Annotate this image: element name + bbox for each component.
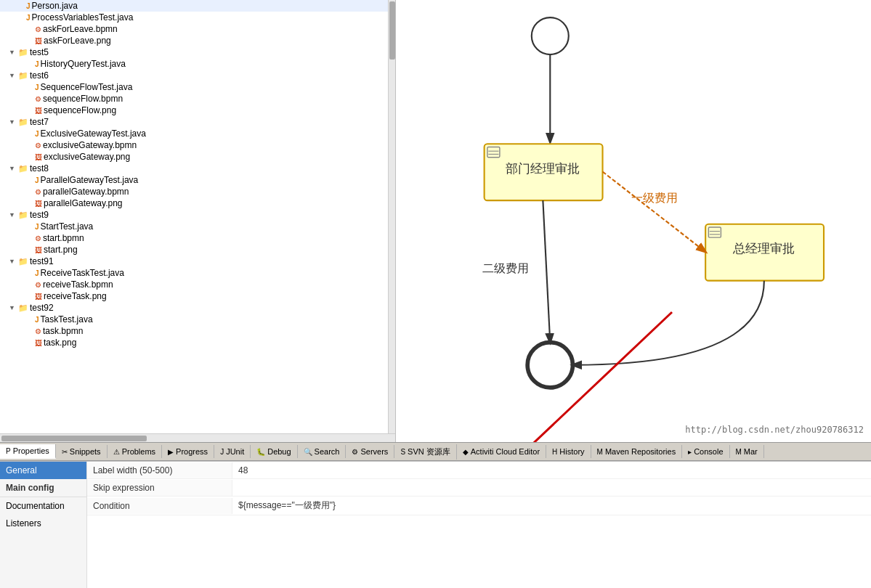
props-sidebar: GeneralMain configDocumentationListeners [0,462,87,588]
props-sidebar-section-mainConfig: Main config [0,479,86,497]
tab-activiti[interactable]: ◆Activiti Cloud Editor [457,445,546,458]
tab-label-debug: Debug [267,447,291,456]
tab-icon-problems: ⚠ [113,448,120,456]
tab-bar: PProperties✂Snippets⚠Problems▶ProgressJJ… [0,442,871,461]
tree-item[interactable]: JTaskTest.java [0,314,388,325]
tree-item[interactable]: ⚙exclusiveGateway.bpmn [0,139,388,151]
props-label: Label width (50-500) [87,462,232,478]
tab-icon-properties: P [6,447,11,455]
tab-search[interactable]: 🔍Search [298,445,347,458]
tab-snippets[interactable]: ✂Snippets [56,445,108,458]
tab-label-activiti: Activiti Cloud Editor [471,447,540,456]
props-label: Condition [87,498,232,514]
tree-item[interactable]: JExclusiveGatewayTest.java [0,128,388,139]
tree-item[interactable]: 🖼exclusiveGateway.png [0,151,388,163]
tree-item[interactable]: 🖼sequenceFlow.png [0,105,388,116]
tab-properties[interactable]: PProperties [0,444,56,459]
props-value[interactable]: 48 [232,462,871,478]
top-area: JPerson.javaJProcessVariablesTest.java⚙a… [0,0,871,442]
tab-label-problems: Problems [122,447,155,456]
tree-item[interactable]: ▼📁test8 [0,163,388,174]
tab-icon-history: H [552,448,557,456]
props-sidebar-item-documentation[interactable]: Documentation [0,497,86,515]
tab-label-svn: SVN 资源库 [408,446,450,457]
tree-list: JPerson.javaJProcessVariablesTest.java⚙a… [0,0,388,433]
tree-item[interactable]: 🖼start.png [0,244,388,256]
tab-debug[interactable]: 🐛Debug [251,445,297,458]
tab-label-search: Search [315,447,340,456]
tree-scrollbar[interactable] [388,0,395,433]
tree-item[interactable]: ▼📁test5 [0,46,388,58]
label-yiji: 一级费用 [631,192,678,204]
tab-mark[interactable]: MMar [730,445,764,458]
tab-icon-mark: M [736,448,742,456]
tree-item[interactable]: ▼📁test91 [0,256,388,267]
tree-item[interactable]: 🖼parallelGateway.png [0,197,388,209]
tab-icon-progress: ▶ [168,448,174,456]
tree-item[interactable]: JParallelGatewayTest.java [0,174,388,186]
props-value[interactable] [232,485,871,491]
watermark: http://blog.csdn.net/zhou920786312 [685,425,864,435]
props-row: Condition ${message=="一级费用"} [87,497,871,515]
tab-icon-snippets: ✂ [62,448,68,456]
flow-erji [543,200,550,342]
props-row: Skip expression [87,479,871,497]
tab-label-console: Console [694,447,723,456]
props-row: Label width (50-500) 48 [87,462,871,479]
tree-item[interactable]: ⚙parallelGateway.bpmn [0,186,388,197]
tree-item[interactable]: ⚙sequenceFlow.bpmn [0,93,388,105]
props-sidebar-item-general[interactable]: General [0,462,86,479]
props-value[interactable]: ${message=="一级费用"} [232,497,871,515]
tab-label-progress: Progress [176,447,208,456]
tab-servers[interactable]: ⚙Servers [346,445,394,458]
tab-label-history: History [559,447,584,456]
tree-item[interactable]: JProcessVariablesTest.java [0,12,388,23]
tree-item[interactable]: JStartTest.java [0,221,388,232]
start-event[interactable] [532,17,569,54]
tab-junit[interactable]: JJUnit [214,445,251,458]
tree-item[interactable]: JHistoryQueryTest.java [0,58,388,70]
file-tree-panel: JPerson.javaJProcessVariablesTest.java⚙a… [0,0,396,442]
task1-label: 部门经理审批 [506,162,580,176]
tree-item[interactable]: ⚙askForLeave.bpmn [0,23,388,35]
tab-icon-console: ▸ [688,448,692,456]
tree-item[interactable]: 🖼receiveTask.png [0,290,388,302]
tab-progress[interactable]: ▶Progress [162,445,214,458]
tab-icon-search: 🔍 [304,448,312,456]
tree-item[interactable]: 🖼task.png [0,337,388,348]
tree-item[interactable]: JPerson.java [0,0,388,12]
tree-item[interactable]: ▼📁test9 [0,209,388,221]
tab-label-mark: Mar [744,447,758,456]
tab-history[interactable]: HHistory [546,445,591,458]
tree-item[interactable]: ⚙start.bpmn [0,232,388,244]
tab-label-maven: Maven Repositories [605,447,676,456]
tab-icon-debug: 🐛 [256,448,265,456]
scrollbar-thumb [389,1,395,60]
hscroll-thumb [1,436,147,441]
end-event[interactable] [527,343,572,388]
tab-problems[interactable]: ⚠Problems [108,445,162,458]
tree-hscroll[interactable] [0,433,395,442]
flow-task2-end [572,281,763,365]
tree-item[interactable]: ⚙task.bpmn [0,325,388,337]
tree-item[interactable]: ▼📁test6 [0,70,388,81]
tree-item[interactable]: ▼📁test92 [0,302,388,314]
flow-yiji [603,172,706,252]
tree-item[interactable]: ⚙receiveTask.bpmn [0,279,388,290]
tree-item[interactable]: JSequenceFlowTest.java [0,81,388,93]
tab-svn[interactable]: SSVN 资源库 [394,444,456,460]
tab-label-servers: Servers [360,447,388,456]
tree-item[interactable]: 🖼askForLeave.png [0,35,388,46]
tab-console[interactable]: ▸Console [682,445,729,458]
tab-label-snippets: Snippets [70,447,101,456]
tab-maven[interactable]: MMaven Repositories [591,445,683,458]
bpmn-diagram: 部门经理审批 总经理审批 一级费用 [396,0,871,442]
props-content: Label width (50-500) 48 Skip expression … [87,462,871,588]
tree-inner: JPerson.javaJProcessVariablesTest.java⚙a… [0,0,395,433]
label-erji: 二级费用 [482,262,529,274]
props-sidebar-item-listeners[interactable]: Listeners [0,515,86,532]
tree-item[interactable]: JReceiveTaskTest.java [0,267,388,279]
props-label: Skip expression [87,480,232,496]
main-container: JPerson.javaJProcessVariablesTest.java⚙a… [0,0,871,588]
tree-item[interactable]: ▼📁test7 [0,116,388,128]
